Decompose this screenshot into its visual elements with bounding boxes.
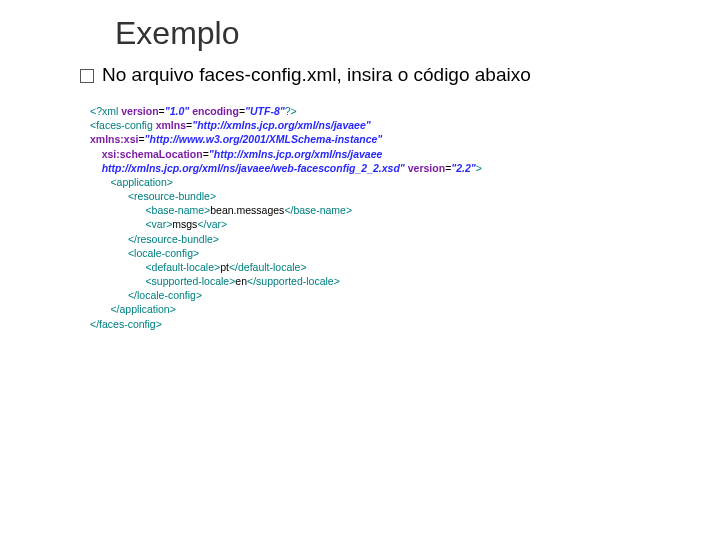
code-l9: <var>msgs</var> bbox=[90, 218, 227, 230]
code-l10: </resource-bundle> bbox=[90, 233, 219, 245]
bullet-row: No arquivo faces-config.xml, insira o có… bbox=[80, 64, 680, 86]
code-block: <?xml version="1.0" encoding="UTF-8"?> <… bbox=[90, 104, 680, 331]
code-l4: xsi:schemaLocation="http://xmlns.jcp.org… bbox=[90, 148, 382, 160]
code-l13: <supported-locale>en</supported-locale> bbox=[90, 275, 340, 287]
code-l12: <default-locale>pt</default-locale> bbox=[90, 261, 307, 273]
code-l3: xmlns:xsi="http://www.w3.org/2001/XMLSch… bbox=[90, 133, 382, 145]
code-l1: <?xml version="1.0" encoding="UTF-8"?> bbox=[90, 105, 297, 117]
code-l15: </application> bbox=[90, 303, 176, 315]
code-l7: <resource-bundle> bbox=[90, 190, 216, 202]
code-l11: <locale-config> bbox=[90, 247, 199, 259]
code-l8: <base-name>bean.messages</base-name> bbox=[90, 204, 352, 216]
code-l5: http://xmlns.jcp.org/xml/ns/javaee/web-f… bbox=[90, 162, 482, 174]
slide-title: Exemplo bbox=[115, 15, 680, 52]
code-l14: </locale-config> bbox=[90, 289, 202, 301]
code-l2: <faces-config xmlns="http://xmlns.jcp.or… bbox=[90, 119, 371, 131]
bullet-text: No arquivo faces-config.xml, insira o có… bbox=[102, 64, 531, 86]
code-l6: <application> bbox=[90, 176, 173, 188]
slide-container: Exemplo No arquivo faces-config.xml, ins… bbox=[0, 0, 720, 540]
square-bullet-icon bbox=[80, 69, 94, 83]
code-l16: </faces-config> bbox=[90, 318, 162, 330]
